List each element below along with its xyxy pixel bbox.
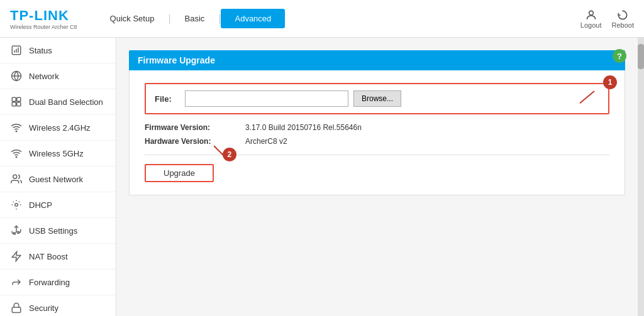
sidebar-label-wireless-24: Wireless 2.4GHz <box>29 123 91 133</box>
sidebar-label-dhcp: DHCP <box>29 200 52 210</box>
status-icon <box>10 44 23 57</box>
sidebar-item-wireless-24[interactable]: Wireless 2.4GHz <box>0 115 116 141</box>
file-input[interactable] <box>185 90 348 107</box>
sidebar-label-usb-settings: USB Settings <box>29 226 77 236</box>
usb-settings-icon <box>10 224 23 237</box>
main-layout: Status Network Dual Band Selection Wirel… <box>0 38 644 316</box>
svg-point-11 <box>16 131 17 132</box>
upgrade-button[interactable]: Upgrade <box>145 164 214 182</box>
svg-rect-7 <box>12 97 16 101</box>
logo-area: TP-LINK Wireless Router Archer C8 <box>10 8 77 30</box>
sidebar-item-dhcp[interactable]: DHCP <box>0 192 116 218</box>
sidebar-label-wireless-5: Wireless 5GHz <box>29 149 84 158</box>
wireless-5-icon <box>10 147 23 160</box>
svg-rect-8 <box>17 97 21 101</box>
svg-point-12 <box>16 156 17 158</box>
help-icon: ? <box>613 49 626 63</box>
sidebar-label-nat-boost: NAT Boost <box>29 252 68 261</box>
logout-label: Logout <box>580 21 602 29</box>
network-icon <box>10 70 23 82</box>
tab-basic[interactable]: Basic <box>171 9 219 28</box>
sidebar-label-security: Security <box>29 303 58 313</box>
sidebar-item-forwarding[interactable]: Forwarding <box>0 270 116 295</box>
browse-button[interactable]: Browse... <box>353 90 401 107</box>
annotation-badge-2: 2 <box>223 148 236 161</box>
svg-rect-18 <box>12 307 21 312</box>
section-title: Firmware Upgrade <box>138 55 215 65</box>
svg-rect-9 <box>12 102 16 106</box>
help-button[interactable]: ? <box>613 49 626 63</box>
firmware-version-label: Firmware Version: <box>145 123 245 132</box>
annotation-badge-1: 1 <box>603 75 617 89</box>
firmware-version-value: 3.17.0 Build 20150716 Rel.55646n <box>245 123 362 132</box>
hardware-version-value: ArcherC8 v2 <box>245 137 287 146</box>
nav-tabs: Quick Setup | Basic | Advanced <box>96 9 580 28</box>
header: TP-LINK Wireless Router Archer C8 Quick … <box>0 0 644 38</box>
svg-rect-10 <box>17 102 21 106</box>
sidebar-item-usb-settings[interactable]: USB Settings <box>0 218 116 244</box>
dual-band-icon <box>10 95 23 108</box>
reboot-label: Reboot <box>612 21 634 29</box>
file-label: File: <box>155 94 180 104</box>
content-area: Firmware Upgrade ? File: Browse... 1 <box>116 38 638 316</box>
tab-quick-setup[interactable]: Quick Setup <box>96 9 169 28</box>
reboot-icon <box>616 9 629 21</box>
scrollbar-thumb[interactable] <box>638 44 644 69</box>
security-icon <box>10 302 23 314</box>
reboot-button[interactable]: Reboot <box>612 9 634 29</box>
header-actions: Logout Reboot <box>580 9 634 29</box>
divider <box>145 155 609 155</box>
tab-advanced[interactable]: Advanced <box>221 9 285 28</box>
sidebar-item-nat-boost[interactable]: NAT Boost <box>0 244 116 270</box>
svg-point-13 <box>13 175 17 178</box>
logo-sub: Wireless Router Archer C8 <box>10 24 77 30</box>
guest-network-icon <box>10 173 23 185</box>
sidebar-item-guest-network[interactable]: Guest Network <box>0 166 116 192</box>
firmware-version-row: Firmware Version: 3.17.0 Build 20150716 … <box>145 123 609 132</box>
nat-boost-icon <box>10 250 23 263</box>
sidebar-item-wireless-5[interactable]: Wireless 5GHz <box>0 141 116 166</box>
scrollbar-track <box>638 38 644 316</box>
sidebar: Status Network Dual Band Selection Wirel… <box>0 38 116 316</box>
svg-marker-17 <box>12 252 21 261</box>
wireless-24-icon <box>10 121 23 134</box>
logout-icon <box>585 9 597 21</box>
sidebar-item-status[interactable]: Status <box>0 38 116 63</box>
hardware-version-row: Hardware Version: ArcherC8 v2 <box>145 137 609 146</box>
dhcp-icon <box>10 199 23 211</box>
sidebar-item-security[interactable]: Security <box>0 295 116 316</box>
file-row: File: Browse... <box>145 83 609 114</box>
sidebar-item-network[interactable]: Network <box>0 63 116 89</box>
logo-tp: TP-LINK <box>10 8 77 24</box>
sidebar-label-dual-band: Dual Band Selection <box>29 97 103 107</box>
sidebar-item-dual-band[interactable]: Dual Band Selection <box>0 89 116 115</box>
sidebar-label-network: Network <box>29 72 59 81</box>
sidebar-label-status: Status <box>29 46 52 55</box>
section-header: Firmware Upgrade <box>129 50 625 70</box>
logout-button[interactable]: Logout <box>580 9 602 29</box>
svg-point-0 <box>589 11 593 15</box>
sidebar-label-forwarding: Forwarding <box>29 278 70 287</box>
section-body: File: Browse... 1 Firmware Version: 3.17… <box>129 70 625 195</box>
svg-point-14 <box>15 204 18 207</box>
forwarding-icon <box>10 276 23 288</box>
hardware-version-label: Hardware Version: <box>145 137 245 146</box>
sidebar-label-guest-network: Guest Network <box>29 175 83 184</box>
